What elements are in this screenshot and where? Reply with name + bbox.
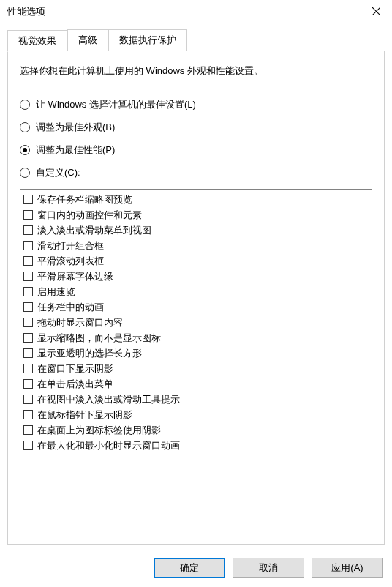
checklist-label: 显示缩略图，而不是显示图标 xyxy=(37,332,161,345)
checklist-label: 平滑屏幕字体边缘 xyxy=(37,270,113,283)
radio-best-performance[interactable]: 调整为最佳性能(P) xyxy=(20,143,372,157)
titlebar: 性能选项 xyxy=(0,0,392,23)
tab-dep[interactable]: 数据执行保护 xyxy=(108,29,187,51)
radio-icon xyxy=(20,100,30,110)
checklist-label: 在窗口下显示阴影 xyxy=(37,362,113,375)
checklist-item[interactable]: 在最大化和最小化时显示窗口动画 xyxy=(23,438,369,453)
checkbox-icon xyxy=(23,318,33,327)
checklist-item[interactable]: 在视图中淡入淡出或滑动工具提示 xyxy=(23,392,369,407)
checkbox-icon xyxy=(23,379,33,389)
checkbox-icon xyxy=(23,287,33,296)
radio-label: 自定义(C): xyxy=(36,166,80,179)
radio-best-appearance[interactable]: 调整为最佳外观(B) xyxy=(20,121,372,134)
checkbox-icon xyxy=(23,241,33,250)
checklist-label: 显示亚透明的选择长方形 xyxy=(37,347,142,360)
tab-advanced[interactable]: 高级 xyxy=(67,29,108,51)
close-button[interactable] xyxy=(360,0,392,23)
checklist-label: 滑动打开组合框 xyxy=(37,239,104,253)
radio-label: 让 Windows 选择计算机的最佳设置(L) xyxy=(36,98,196,111)
checklist-label: 拖动时显示窗口内容 xyxy=(37,316,123,329)
checklist-item[interactable]: 平滑屏幕字体边缘 xyxy=(23,269,369,284)
checklist-label: 平滑滚动列表框 xyxy=(37,255,104,268)
checklist-item[interactable]: 在桌面上为图标标签使用阴影 xyxy=(23,422,369,438)
checklist-item[interactable]: 窗口内的动画控件和元素 xyxy=(23,207,369,223)
checkbox-icon xyxy=(23,195,33,204)
checkbox-icon xyxy=(23,210,33,220)
checklist-label: 在单击后淡出菜单 xyxy=(37,378,113,391)
checklist-item[interactable]: 拖动时显示窗口内容 xyxy=(23,315,369,330)
tab-row: 视觉效果 高级 数据执行保护 xyxy=(7,29,385,51)
close-icon xyxy=(372,7,380,15)
ok-button[interactable]: 确定 xyxy=(154,558,225,578)
checklist-label: 窗口内的动画控件和元素 xyxy=(37,209,142,222)
radio-let-windows[interactable]: 让 Windows 选择计算机的最佳设置(L) xyxy=(20,98,372,111)
radio-group: 让 Windows 选择计算机的最佳设置(L) 调整为最佳外观(B) 调整为最佳… xyxy=(20,98,372,179)
tab-container: 视觉效果 高级 数据执行保护 选择你想在此计算机上使用的 Windows 外观和… xyxy=(7,29,385,545)
radio-icon xyxy=(20,168,30,178)
checklist-item[interactable]: 显示亚透明的选择长方形 xyxy=(23,345,369,361)
radio-custom[interactable]: 自定义(C): xyxy=(20,166,372,179)
dialog-button-row: 确定 取消 应用(A) xyxy=(154,558,383,578)
checklist-item[interactable]: 启用速览 xyxy=(23,284,369,299)
checklist-label: 在最大化和最小化时显示窗口动画 xyxy=(37,439,180,452)
checklist-item[interactable]: 显示缩略图，而不是显示图标 xyxy=(23,330,369,345)
tab-visual-effects[interactable]: 视觉效果 xyxy=(7,30,67,52)
checklist-label: 淡入淡出或滑动菜单到视图 xyxy=(37,224,151,237)
checklist-label: 启用速览 xyxy=(37,285,75,299)
checkbox-icon xyxy=(23,441,33,450)
checkbox-icon xyxy=(23,225,33,235)
checkbox-icon xyxy=(23,256,33,266)
checklist-item[interactable]: 在鼠标指针下显示阴影 xyxy=(23,407,369,422)
radio-label: 调整为最佳性能(P) xyxy=(36,143,115,157)
radio-icon xyxy=(20,145,30,155)
checkbox-icon xyxy=(23,425,33,435)
checkbox-icon xyxy=(23,364,33,373)
checkbox-icon xyxy=(23,348,33,358)
checklist-item[interactable]: 在窗口下显示阴影 xyxy=(23,361,369,376)
checklist-item[interactable]: 任务栏中的动画 xyxy=(23,299,369,315)
checklist-item[interactable]: 平滑滚动列表框 xyxy=(23,253,369,269)
checklist-label: 在鼠标指针下显示阴影 xyxy=(37,408,132,422)
window-title: 性能选项 xyxy=(7,5,360,18)
checklist-label: 在桌面上为图标标签使用阴影 xyxy=(37,424,161,437)
checkbox-icon xyxy=(23,333,33,343)
checkbox-icon xyxy=(23,272,33,281)
checklist-item[interactable]: 滑动打开组合框 xyxy=(23,238,369,253)
checklist-item[interactable]: 保存任务栏缩略图预览 xyxy=(23,192,369,207)
description-text: 选择你想在此计算机上使用的 Windows 外观和性能设置。 xyxy=(20,64,372,78)
checklist-label: 任务栏中的动画 xyxy=(37,301,104,314)
checkbox-icon xyxy=(23,302,33,312)
apply-button[interactable]: 应用(A) xyxy=(312,558,383,578)
tab-content: 选择你想在此计算机上使用的 Windows 外观和性能设置。 让 Windows… xyxy=(7,51,385,545)
checkbox-icon xyxy=(23,410,33,419)
effects-checklist[interactable]: 保存任务栏缩略图预览窗口内的动画控件和元素淡入淡出或滑动菜单到视图滑动打开组合框… xyxy=(20,189,372,471)
checklist-label: 保存任务栏缩略图预览 xyxy=(37,193,132,206)
radio-label: 调整为最佳外观(B) xyxy=(36,121,115,134)
checklist-item[interactable]: 淡入淡出或滑动菜单到视图 xyxy=(23,223,369,238)
cancel-button[interactable]: 取消 xyxy=(233,558,304,578)
checklist-label: 在视图中淡入淡出或滑动工具提示 xyxy=(37,393,180,406)
checklist-item[interactable]: 在单击后淡出菜单 xyxy=(23,376,369,392)
checkbox-icon xyxy=(23,395,33,404)
radio-icon xyxy=(20,122,30,132)
